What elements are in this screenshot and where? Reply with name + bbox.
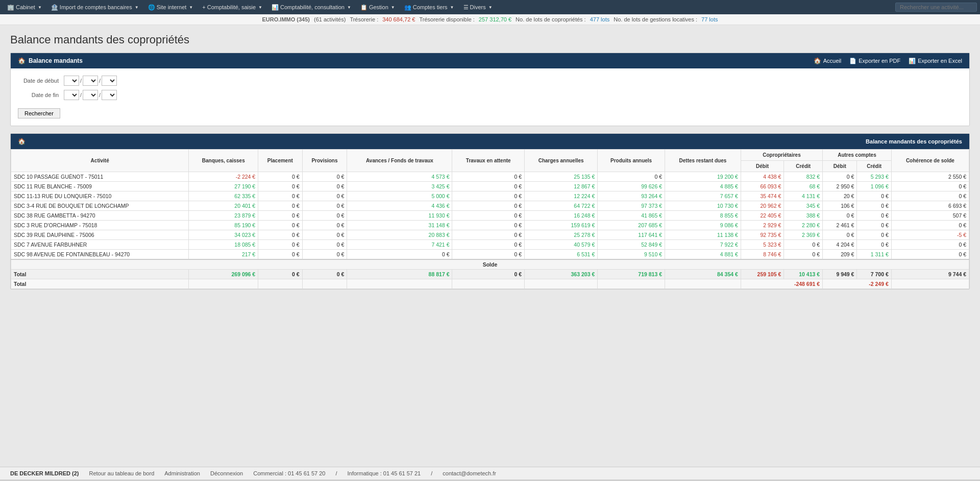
th-avances: Avances / Fonds de travaux	[347, 150, 452, 172]
th-autres-debit: Débit	[823, 161, 857, 172]
main-content: Balance mandants des copropriétés Balanc…	[0, 25, 980, 305]
nav-cabinet[interactable]: 🏢 Cabinet ▼	[3, 2, 46, 13]
table-card-title: Balance mandants des copropriétés	[866, 138, 962, 145]
table-row: SDC 3 RUE D'ORCHIAMP - 7501885 190 €0 €0…	[11, 221, 969, 230]
filter-card-title-area: Balance mandants	[18, 57, 83, 64]
total-row-2: Total-248 691 €-2 249 €	[11, 279, 969, 289]
date-fin-year[interactable]	[102, 90, 117, 100]
balance-table: Activité Banques, caisses Placement Prov…	[11, 149, 969, 289]
cabinet-arrow: ▼	[38, 5, 42, 10]
footer-user: DE DECKER MILDRED (2)	[10, 470, 79, 476]
nav-gestion[interactable]: 📋 Gestion ▼	[356, 2, 399, 13]
compta-saisie-icon: +	[202, 4, 205, 10]
nav-site[interactable]: 🌐 Site internet ▼	[144, 2, 198, 13]
nav-compta-consult[interactable]: 📊 Comptabilité, consultation ▼	[267, 2, 355, 13]
pdf-icon	[849, 58, 856, 64]
bottom-bar: DE DECKER MILDRED (2) Retour au tableau …	[0, 467, 980, 479]
solde-header-row: Solde	[11, 259, 969, 270]
th-copropriétaires-group: Copropriétaires	[741, 150, 822, 161]
th-autres-credit: Crédit	[857, 161, 891, 172]
date-debut-label: Date de début	[18, 78, 64, 84]
cabinet-icon: 🏢	[7, 4, 14, 11]
table-row: SDC 98 AVENUE DE FONTAINEBLEAU - 9427021…	[11, 250, 969, 260]
th-produits: Produits annuels	[598, 150, 665, 172]
th-dettes: Dettes restant dues	[665, 150, 741, 172]
nav-comptes[interactable]: 👥 Comptes tiers ▼	[400, 2, 458, 13]
export-excel-button[interactable]: Exporter en Excel	[909, 57, 962, 64]
filter-card-title: Balance mandants	[29, 57, 83, 64]
date-debut-day[interactable]	[64, 76, 79, 86]
search-button[interactable]: Rechercher	[18, 108, 60, 118]
table-card: Balance mandants des copropriétés Activi…	[10, 133, 970, 290]
accueil-button[interactable]: Accueil	[814, 57, 841, 64]
table-container: Activité Banques, caisses Placement Prov…	[11, 149, 969, 289]
lots-gest-value: 77 lots	[701, 16, 718, 22]
lots-copro-value: 477 lots	[590, 16, 610, 22]
date-fin-month[interactable]	[83, 90, 98, 100]
th-travaux: Travaux en attente	[452, 150, 525, 172]
filter-card-header: Balance mandants Accueil Exporter en PDF…	[11, 53, 969, 68]
table-row: SDC 11-13 RUE DU LONQUIER - 7501062 335 …	[11, 191, 969, 201]
table-house-icon	[18, 138, 26, 145]
table-row: SDC 38 RUE GAMBETTA - 9427023 879 €0 €0 …	[11, 211, 969, 221]
gestion-icon: 📋	[360, 4, 368, 11]
table-card-header: Balance mandants des copropriétés	[11, 134, 969, 149]
site-arrow: ▼	[189, 5, 193, 10]
th-placement: Placement	[258, 150, 302, 172]
table-row: SDC 7 AVENUE FARBUHNER18 085 €0 €0 €7 42…	[11, 240, 969, 250]
footer-informatique: Informatique : 01 45 61 57 21	[348, 470, 421, 476]
excel-icon	[909, 58, 916, 64]
search-input[interactable]	[895, 3, 977, 12]
compta-consult-arrow: ▼	[347, 5, 351, 10]
accueil-icon	[814, 57, 821, 64]
export-pdf-button[interactable]: Exporter en PDF	[849, 57, 900, 64]
comptes-arrow: ▼	[450, 5, 454, 10]
nav-divers[interactable]: ☰ Divers ▼	[459, 2, 497, 13]
filter-card: Balance mandants Accueil Exporter en PDF…	[10, 53, 970, 126]
th-coherence: Cohérence de solde	[891, 150, 969, 172]
import-icon: 🏦	[51, 4, 58, 11]
filter-card-body: Date de début / / Date de fin /	[11, 68, 969, 126]
date-fin-day[interactable]	[64, 90, 79, 100]
footer-commercial: Commercial : 01 45 61 57 20	[253, 470, 325, 476]
th-copro-credit: Crédit	[784, 161, 823, 172]
tresorerie-dispo-value: 257 312,70 €	[479, 16, 511, 22]
nav-import[interactable]: 🏦 Import de comptes bancaires ▼	[47, 2, 143, 13]
th-provisions: Provisions	[302, 150, 347, 172]
footer-separator2: /	[431, 470, 432, 476]
top-navigation: 🏢 Cabinet ▼ 🏦 Import de comptes bancaire…	[0, 0, 980, 14]
nav-search-container	[895, 3, 977, 12]
activity-name: EURO.IMMO (345)	[262, 16, 310, 22]
filter-card-actions: Accueil Exporter en PDF Exporter en Exce…	[814, 57, 962, 64]
th-banques: Banques, caisses	[189, 150, 258, 172]
date-fin-label: Date de fin	[18, 92, 64, 98]
date-fin-selects: / /	[64, 90, 117, 100]
th-activite: Activité	[11, 150, 189, 172]
tresorerie-label: Trésorerie :	[350, 16, 378, 22]
footer-contact: contact@dometech.fr	[443, 470, 496, 476]
date-debut-month[interactable]	[83, 76, 98, 86]
footer-administration[interactable]: Administration	[164, 470, 200, 476]
footer-separator1: /	[335, 470, 337, 476]
date-debut-year[interactable]	[102, 76, 117, 86]
nav-compta-saisie[interactable]: + Comptabilité, saisie ▼	[198, 2, 266, 12]
divers-icon: ☰	[463, 4, 469, 11]
gestion-arrow: ▼	[391, 5, 395, 10]
compta-saisie-arrow: ▼	[258, 5, 262, 10]
footer-deconnexion[interactable]: Déconnexion	[210, 470, 243, 476]
activity-count: (61 activités)	[314, 16, 346, 22]
lots-copro-label: No. de lots de copropriétés :	[516, 16, 586, 22]
date-debut-row: Date de début / /	[18, 76, 962, 86]
th-copro-debit: Débit	[741, 161, 783, 172]
tresorerie-dispo-label: Trésorerie disponible :	[419, 16, 474, 22]
date-fin-row: Date de fin / /	[18, 90, 962, 100]
divers-arrow: ▼	[488, 5, 493, 10]
th-autres-group: Autres comptes	[823, 150, 892, 161]
footer-retour[interactable]: Retour au tableau de bord	[89, 470, 154, 476]
table-row: SDC 11 RUE BLANCHE - 7500927 190 €0 €0 €…	[11, 182, 969, 191]
total-row-1: Total269 096 €0 €0 €88 817 €0 €363 203 €…	[11, 270, 969, 279]
table-row: SDC 39 RUE DAUPHINE - 7500634 023 €0 €0 …	[11, 230, 969, 240]
table-row: SDC 10 PASSAGE GUÉNOT - 75011-2 224 €0 €…	[11, 172, 969, 182]
page-title: Balance mandants des copropriétés	[10, 33, 970, 46]
tresorerie-value: 340 684,72 €	[382, 16, 415, 22]
